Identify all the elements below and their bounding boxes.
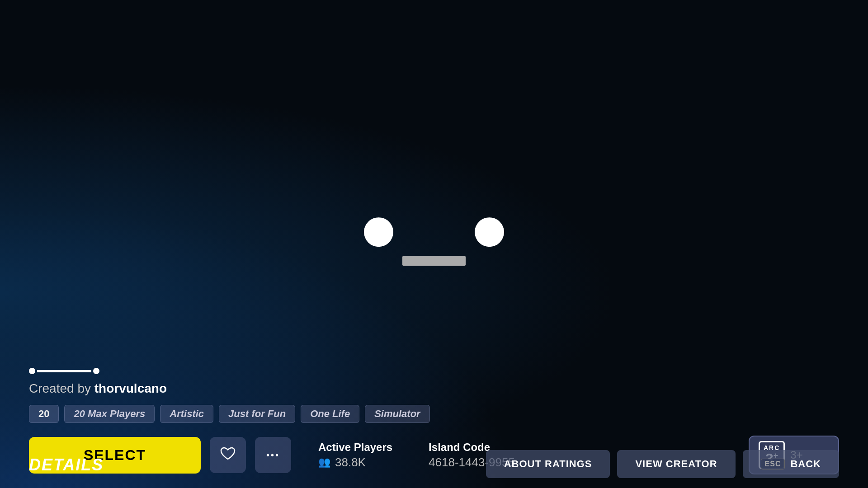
right-eye — [475, 217, 504, 247]
preview-area — [364, 217, 504, 266]
back-label: BACK — [790, 458, 821, 470]
favorite-button[interactable] — [210, 437, 246, 473]
active-players-value: 👥 38.8K — [318, 455, 392, 469]
tag-artistic: Artistic — [160, 405, 213, 423]
face-eyes — [364, 217, 504, 247]
more-icon: ••• — [266, 450, 280, 460]
dot-right — [93, 368, 99, 374]
details-heading: DETAILS — [29, 455, 104, 474]
tag-one-life: One Life — [301, 405, 359, 423]
more-button[interactable]: ••• — [255, 437, 291, 473]
about-ratings-button[interactable]: ABOUT RATINGS — [486, 450, 610, 478]
people-icon: 👥 — [318, 456, 330, 468]
stats-area: Active Players 👥 38.8K Island Code 4618-… — [318, 441, 515, 469]
creator-name: thorvulcano — [94, 381, 167, 395]
tag-number: 20 — [29, 405, 59, 423]
heart-icon — [220, 446, 236, 464]
tag-just-for-fun: Just for Fun — [219, 405, 295, 423]
back-key: ESC — [761, 459, 785, 469]
back-button[interactable]: ESC BACK — [743, 450, 839, 478]
view-creator-button[interactable]: VIEW CREATOR — [617, 450, 735, 478]
left-eye — [364, 217, 393, 247]
bottom-nav-buttons: ABOUT RATINGS VIEW CREATOR ESC BACK — [486, 450, 839, 478]
tag-max-players: 20 Max Players — [64, 405, 155, 423]
active-players-block: Active Players 👥 38.8K — [318, 441, 392, 469]
created-by-prefix: Created by — [29, 381, 91, 395]
title-dots — [29, 368, 839, 374]
face-mouth — [402, 256, 466, 266]
dot-line — [37, 370, 91, 372]
tag-simulator: Simulator — [365, 405, 429, 423]
active-players-label: Active Players — [318, 441, 392, 454]
creator-line: Created by thorvulcano — [29, 381, 839, 396]
active-players-number: 38.8K — [335, 455, 366, 469]
dot-left — [29, 368, 35, 374]
tags-row: 20 20 Max Players Artistic Just for Fun … — [29, 405, 839, 423]
